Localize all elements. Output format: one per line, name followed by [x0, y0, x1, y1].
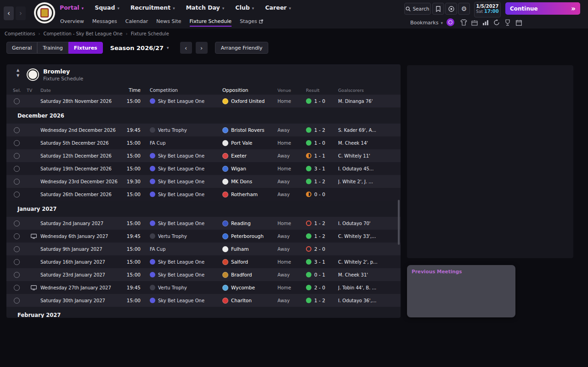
fixture-result[interactable]: 1 - 2 — [306, 233, 338, 239]
chevron-up-icon[interactable]: ▲ — [17, 68, 19, 72]
subnav-overview[interactable]: Overview — [60, 18, 84, 27]
column-header-date[interactable]: Date — [40, 88, 119, 93]
fm-profile-icon[interactable] — [447, 18, 454, 26]
select-radio[interactable] — [14, 127, 20, 133]
fixture-opposition[interactable]: Rotherham — [216, 192, 277, 198]
fixture-result[interactable]: 0 - 0 — [306, 192, 338, 197]
fixture-row[interactable]: Wednesday 23rd December 202619:30Sky Bet… — [6, 175, 401, 188]
calendar-button[interactable] — [514, 18, 523, 27]
select-radio[interactable] — [14, 233, 20, 239]
subnav-news-site[interactable]: News Site — [156, 18, 181, 27]
bromley-club-badge[interactable] — [34, 2, 55, 23]
trophy-button[interactable] — [503, 18, 512, 27]
select-radio[interactable] — [14, 246, 20, 252]
breadcrumb-item[interactable]: Competitions — [5, 31, 35, 36]
tab-general[interactable]: General — [6, 42, 37, 54]
tab-training[interactable]: Training — [37, 42, 68, 54]
fixture-row[interactable]: Saturday 19th December 202615:00Sky Bet … — [6, 162, 401, 175]
subnav-messages[interactable]: Messages — [92, 18, 117, 27]
menu-squad[interactable]: Squad▾ — [95, 4, 119, 11]
shirt-icon-button[interactable] — [459, 18, 468, 27]
fixture-opposition[interactable]: Exeter — [216, 153, 277, 159]
fixture-result[interactable]: 2 - 0 — [306, 285, 338, 290]
fixture-opposition[interactable]: Fulham — [216, 246, 277, 252]
fixture-opposition[interactable]: Bristol Rovers — [216, 127, 277, 133]
select-radio[interactable] — [14, 285, 20, 291]
subnav-fixture-schedule[interactable]: Fixture Schedule — [190, 18, 232, 27]
fixture-opposition[interactable]: Oxford United — [216, 98, 277, 104]
fixture-result[interactable]: 1 - 2 — [306, 298, 338, 303]
breadcrumb-item[interactable]: Fixture Schedule — [131, 31, 169, 36]
select-radio[interactable] — [14, 259, 20, 265]
fixture-row[interactable]: Wednesday 2nd December 202619:45Vertu Tr… — [6, 124, 401, 136]
next-season-button[interactable]: › — [196, 42, 208, 54]
menu-portal[interactable]: Portal▾ — [60, 4, 84, 11]
fixture-opposition[interactable]: Wycombe — [216, 285, 277, 291]
fixture-opposition[interactable]: Peterborough — [216, 233, 277, 239]
bookmarks-dropdown[interactable]: Bookmarks ▾ — [410, 20, 443, 26]
vertical-scrollbar[interactable] — [398, 200, 400, 245]
select-radio[interactable] — [14, 166, 20, 172]
fixture-opposition[interactable]: MK Dons — [216, 179, 277, 185]
menu-club[interactable]: Club▾ — [235, 4, 254, 11]
continue-button[interactable]: Continue » — [505, 2, 580, 15]
column-header-result[interactable]: Result — [306, 88, 338, 93]
search-box[interactable]: Search — [404, 3, 431, 15]
select-radio[interactable] — [14, 192, 20, 198]
fixture-row[interactable]: Wednesday 27th January 202719:45Vertu Tr… — [6, 281, 401, 294]
history-back-button[interactable]: ‹ — [4, 6, 14, 20]
fixture-opposition[interactable]: Bradford — [216, 272, 277, 278]
menu-recruitment[interactable]: Recruitment▾ — [130, 4, 175, 11]
settings-button[interactable]: ⚙ — [458, 3, 470, 15]
subnav-stages[interactable]: Stages — [240, 18, 263, 27]
fixture-row[interactable]: Saturday 30th January 202715:00Sky Bet L… — [6, 294, 401, 307]
previous-season-button[interactable]: ‹ — [180, 42, 192, 54]
select-radio[interactable] — [14, 298, 20, 304]
column-header-sel-[interactable]: Sel. — [6, 88, 27, 93]
history-forward-button[interactable]: › — [16, 6, 26, 20]
column-header-opposition[interactable]: Opposition — [216, 87, 277, 93]
breadcrumb-item[interactable]: Competition - Sky Bet League One — [43, 31, 122, 36]
fixture-row[interactable]: Saturday 26th December 202615:00Sky Bet … — [6, 188, 401, 201]
game-date-widget[interactable]: 1/5/2027 Sat17:00 — [474, 2, 501, 17]
kit-box-button[interactable] — [470, 18, 479, 27]
chevron-down-icon[interactable]: ▼ — [17, 74, 19, 78]
fixture-row[interactable]: Wednesday 6th January 202719:45Vertu Tro… — [6, 230, 401, 243]
fixture-result[interactable]: 1 - 0 — [306, 140, 338, 146]
notes-button[interactable] — [432, 3, 444, 15]
select-radio[interactable] — [14, 153, 20, 159]
select-radio[interactable] — [14, 140, 20, 146]
column-header-venue[interactable]: Venue — [277, 88, 306, 93]
select-radio[interactable] — [14, 179, 20, 185]
stats-button[interactable] — [481, 18, 490, 27]
column-header-competition[interactable]: Competition — [143, 88, 216, 93]
fixture-row[interactable]: Saturday 28th November 202615:00Sky Bet … — [6, 95, 401, 107]
fixture-row[interactable]: Saturday 12th December 202615:00Sky Bet … — [6, 149, 401, 162]
menu-career[interactable]: Career▾ — [265, 4, 291, 11]
fixture-result[interactable]: 2 - 0 — [306, 246, 338, 252]
menu-match-day[interactable]: Match Day▾ — [186, 4, 225, 11]
fixture-result[interactable]: 1 - 0 — [306, 98, 338, 104]
fixture-opposition[interactable]: Charlton — [216, 298, 277, 304]
tab-fixtures[interactable]: Fixtures — [68, 42, 103, 54]
fixture-row[interactable]: Saturday 16th January 202715:00Sky Bet L… — [6, 255, 401, 268]
subnav-calendar[interactable]: Calendar — [125, 18, 148, 27]
fixture-row[interactable]: Saturday 2nd January 202715:00Sky Bet Le… — [6, 217, 401, 230]
fixture-result[interactable]: 1 - 1 — [306, 153, 338, 158]
fixture-result[interactable]: 1 - 2 — [306, 179, 338, 184]
fixture-opposition[interactable]: Port Vale — [216, 140, 277, 146]
fixture-result[interactable]: 3 - 1 — [306, 259, 338, 265]
fixture-result[interactable]: 1 - 2 — [306, 220, 338, 226]
fixture-result[interactable]: 3 - 1 — [306, 166, 338, 171]
arrange-friendly-button[interactable]: Arrange Friendly — [215, 42, 269, 54]
fixture-result[interactable]: 1 - 2 — [306, 127, 338, 133]
fixture-row[interactable]: Saturday 9th January 202715:00FA CupFulh… — [6, 243, 401, 255]
match-ball-button[interactable] — [445, 3, 457, 15]
column-header-time[interactable]: Time — [119, 87, 143, 93]
select-radio[interactable] — [14, 220, 20, 226]
select-radio[interactable] — [14, 272, 20, 278]
season-selector[interactable]: Season 2026/27 ▾ — [110, 45, 169, 51]
fixture-row[interactable]: Saturday 5th December 202615:00FA CupPor… — [6, 136, 401, 149]
select-radio[interactable] — [14, 98, 20, 104]
column-header-goalscorers[interactable]: Goalscorers — [338, 88, 401, 93]
